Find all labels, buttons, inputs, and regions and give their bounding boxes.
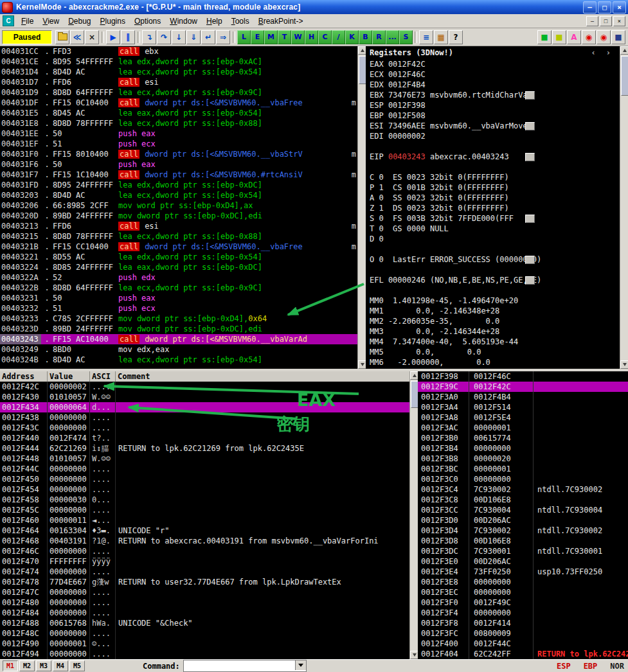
disasm-line[interactable]: 004031EE.50push eax xyxy=(0,128,357,139)
register-line[interactable]: S 0 FS 003B 32bit 7FFDE000(FFF xyxy=(366,213,620,224)
disasm-line[interactable]: 004031F0.FF15 8010400call dword ptr ds:[… xyxy=(0,149,357,159)
plugin-red-ring-button[interactable]: ◉ xyxy=(582,30,596,44)
step-into-button[interactable]: ↴ xyxy=(142,30,156,44)
menu-item-breakpoint[interactable]: BreakPoint-> xyxy=(254,15,308,27)
stack-row[interactable]: 0012F3F80012F414 xyxy=(418,618,628,628)
register-line[interactable]: ESP 0012F398 xyxy=(366,100,620,111)
trace-over-button[interactable]: ⇓ xyxy=(186,30,201,44)
minimize-button[interactable]: – xyxy=(583,1,597,13)
stack-row[interactable]: 0012F3D800D106E8 xyxy=(418,536,628,546)
register-more-button[interactable] xyxy=(525,122,535,130)
stack-row[interactable]: 0012F3AC00000001 xyxy=(418,423,628,433)
menu-item-plugins[interactable]: Plugins xyxy=(96,15,130,27)
tab-m1[interactable]: M1 xyxy=(3,660,18,671)
dump-row[interactable]: 0012F470FFFFFFFFÿÿÿÿ xyxy=(0,556,409,567)
letter-button-h[interactable]: H xyxy=(305,30,318,44)
dump-row[interactable]: 0012F48800615768hWa.UNICODE "&Check" xyxy=(0,618,409,628)
stack-row[interactable]: 0012F3BC00000001 xyxy=(418,464,628,474)
menu-item-view[interactable]: View xyxy=(38,15,64,27)
stack-row[interactable]: 0012F3E800000000 xyxy=(418,577,628,587)
stack-row[interactable]: 0012F3D000D206AC xyxy=(418,515,628,526)
windows-grid-button[interactable]: ▦ xyxy=(434,30,448,44)
dump-row[interactable]: 0012F45C00000000.... xyxy=(0,505,409,515)
disasm-line[interactable]: 00403224.8D85 24FFFFFFlea eax,dword ptr … xyxy=(0,262,357,272)
register-line[interactable]: EBX 73476E73 msvbvm60.rtcMidCharVar xyxy=(366,90,620,100)
register-more-button[interactable] xyxy=(525,276,535,285)
restart-button[interactable]: ≪ xyxy=(70,30,84,44)
stack-row[interactable]: 0012F3FC00800009 xyxy=(418,628,628,639)
disasm-line[interactable]: 00403206.66:8985 2CFFmov word ptr ss:[eb… xyxy=(0,200,357,211)
command-input[interactable] xyxy=(184,661,294,671)
letter-button-k[interactable]: K xyxy=(345,30,359,44)
register-line[interactable]: ECX 0012F46C xyxy=(366,69,620,80)
register-line[interactable]: EFL 00000246 (NO,NB,E,BE,NS,PE,GE,LE) xyxy=(366,275,620,285)
register-line[interactable]: A 0 SS 0023 32bit 0(FFFFFFFF) xyxy=(366,193,620,203)
stack-row[interactable]: 0012F3A80012F5E4 xyxy=(418,412,628,423)
open-file-button[interactable] xyxy=(55,30,69,44)
stack-row[interactable]: 0012F4000012F44C xyxy=(418,639,628,649)
register-line[interactable]: O 0 LastErr ERROR_SUCCESS (00000000) xyxy=(366,254,620,265)
disasm-line[interactable]: 00403213.FFD6call esim xyxy=(0,221,357,231)
dump-row[interactable]: 0012F47400000000.... xyxy=(0,567,409,577)
pause-button[interactable]: ‖ xyxy=(121,30,135,44)
close-button[interactable]: × xyxy=(613,1,626,13)
register-line[interactable]: MM5 0.0, 0.0 xyxy=(366,347,620,357)
register-line[interactable]: EAX 0012F42C xyxy=(366,59,620,69)
disasm-line[interactable]: 00403249.8BD0mov edx,eax xyxy=(0,344,357,355)
disasm-line[interactable]: 00403233.C785 2CFFFFFFmov dword ptr ss:[… xyxy=(0,314,357,324)
dump-row[interactable]: 0012F46800403191?1@.RETURN to abexcrac.0… xyxy=(0,536,409,546)
letter-button-l[interactable]: L xyxy=(237,30,251,44)
dump-row[interactable]: 0012F43400000064d... xyxy=(0,402,409,412)
disasm-line[interactable]: 0040320D.89BD 24FFFFFFmov dword ptr ss:[… xyxy=(0,211,357,221)
letter-button-s[interactable]: S xyxy=(399,30,413,44)
stack-row[interactable]: 0012F3C000000000 xyxy=(418,474,628,484)
register-more-button[interactable] xyxy=(525,256,535,264)
disasm-line[interactable]: 00403215.8D8D 78FFFFFFlea ecx,dword ptr … xyxy=(0,231,357,242)
disasm-line[interactable]: 0040322B.8D8D 64FFFFFFlea ecx,dword ptr … xyxy=(0,283,357,293)
disasm-scrollbar[interactable] xyxy=(357,46,366,369)
register-line[interactable]: EBP 0012F508 xyxy=(366,111,620,121)
dump-row[interactable]: 0012F44C00000000.... xyxy=(0,464,409,474)
menu-item-help[interactable]: Help xyxy=(202,15,227,27)
register-line[interactable]: P 1 CS 001B 32bit 0(FFFFFFFF) xyxy=(366,182,620,193)
letter-button-w[interactable]: W xyxy=(291,30,305,44)
dump-row[interactable]: 0012F48C00000000.... xyxy=(0,628,409,639)
execute-till-return-button[interactable]: ↵ xyxy=(201,30,215,44)
stack-row[interactable]: 0012F3CC7C930004ntdll.7C930004 xyxy=(418,505,628,515)
register-line[interactable]: EIP 00403243 abexcrac.00403243 xyxy=(366,152,620,162)
maximize-button[interactable]: □ xyxy=(598,1,611,13)
register-line[interactable]: D 0 xyxy=(366,234,620,244)
step-over-button[interactable]: ↷ xyxy=(157,30,171,44)
menu-item-tools[interactable]: Tools xyxy=(227,15,254,27)
disasm-line[interactable]: 004031D9.8D8D 64FFFFFFlea ecx,dword ptr … xyxy=(0,87,357,98)
dump-row[interactable]: 0012F43800000000.... xyxy=(0,412,409,423)
letter-button-b[interactable]: B xyxy=(359,30,372,44)
letter-button-c[interactable]: C xyxy=(318,30,332,44)
stack-row[interactable]: 0012F3EC00000000 xyxy=(418,587,628,597)
dump-row[interactable]: 0012F44462C21269i↕腷RETURN to lpk.62C2126… xyxy=(0,443,409,454)
stack-row[interactable]: 0012F3C800D106E8 xyxy=(418,495,628,505)
letter-button-t[interactable]: T xyxy=(278,30,291,44)
disasm-line[interactable]: 004031F7.FF15 1C10400call dword ptr ds:[… xyxy=(0,170,357,180)
stack-row[interactable]: 0012F3A40012F514 xyxy=(418,402,628,412)
register-line[interactable]: MM4 7.347400e-40, 5.605193e-44 xyxy=(366,337,620,347)
register-line[interactable]: MM0 1.401298e-45, -1.496470e+20 xyxy=(366,296,620,306)
dump-row[interactable]: 0012F49400000000.... xyxy=(0,649,409,659)
registers-nav-button[interactable]: › xyxy=(606,46,611,59)
stack-row[interactable]: 0012F3F400000000 xyxy=(418,608,628,618)
tab-m5[interactable]: M5 xyxy=(69,660,85,671)
tab-m2[interactable]: M2 xyxy=(19,660,35,671)
scroll-down-button[interactable] xyxy=(620,360,628,369)
disasm-line[interactable]: 004031DF.FF15 0C10400call dword ptr ds:[… xyxy=(0,98,357,108)
dump-row[interactable]: 0012F47C00000000.... xyxy=(0,587,409,597)
disasm-line[interactable]: 004031D7.FFD6call esi xyxy=(0,77,357,87)
registers-scrollbar[interactable] xyxy=(620,46,628,369)
dump-row[interactable]: 0012F48000000000.... xyxy=(0,597,409,608)
menu-item-window[interactable]: Window xyxy=(165,15,202,27)
register-line[interactable]: T 0 GS 0000 NULL xyxy=(366,224,620,234)
disasm-line[interactable]: 00403243.FF15 AC10400call dword ptr ds:[… xyxy=(0,334,357,344)
plugin-yellow-button[interactable]: ■ xyxy=(552,30,566,44)
dump-row[interactable]: 0012F45000000000.... xyxy=(0,474,409,484)
views-list-button[interactable]: ≡ xyxy=(419,30,433,44)
letter-button-m[interactable]: M xyxy=(264,30,278,44)
